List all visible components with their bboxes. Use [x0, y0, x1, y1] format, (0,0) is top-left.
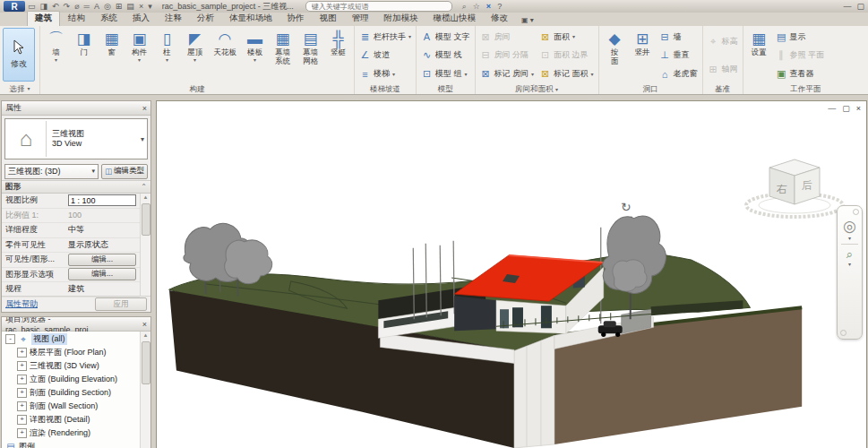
expand-icon[interactable]: +: [17, 348, 27, 358]
scrollbar-thumb[interactable]: [142, 203, 150, 236]
browser-scrollbar[interactable]: ▲: [140, 332, 150, 448]
panel-label-select[interactable]: 选择▾: [0, 83, 39, 94]
door-button[interactable]: ◨ 门: [70, 28, 98, 83]
navbar-handle[interactable]: [853, 209, 859, 215]
panel-label-room-area[interactable]: 房间和面积 ▾: [476, 83, 598, 94]
zoom-tool-icon[interactable]: ⌕: [847, 247, 853, 262]
tag-room-button[interactable]: ⊠ 标记 房间 ▾: [480, 67, 535, 81]
expand-icon[interactable]: +: [17, 415, 27, 425]
tab-annotate[interactable]: 注释: [158, 12, 189, 26]
undo-icon[interactable]: ↶: [52, 2, 59, 11]
instance-selector[interactable]: 三维视图: (3D) ▾: [4, 164, 99, 179]
grid-button[interactable]: ⊞ 轴网: [708, 63, 738, 76]
mullion-button[interactable]: ╬ 竖梃: [324, 28, 352, 83]
tab-structure[interactable]: 结构: [61, 12, 92, 26]
measure-icon[interactable]: ⌀: [74, 2, 79, 11]
section-icon[interactable]: ⊞: [116, 2, 123, 11]
properties-header[interactable]: 属性 ×: [2, 101, 150, 116]
text-icon[interactable]: A: [94, 2, 99, 11]
viewer-button[interactable]: ▣ 查看器: [776, 67, 825, 81]
open-icon[interactable]: ▭: [28, 2, 36, 11]
ceiling-button[interactable]: ◠ 天花板: [209, 28, 241, 83]
tree-item-floor-plan[interactable]: + 楼层平面 (Floor Plan): [2, 346, 140, 359]
ref-plane-button[interactable]: ∥ 参照 平面: [776, 48, 825, 62]
tree-item-building-section[interactable]: + 剖面 (Building Section): [2, 386, 140, 400]
wall-opening-button[interactable]: ⊟ 墙: [659, 30, 698, 44]
tab-glsfast[interactable]: 橄榄山快模: [426, 12, 484, 26]
roof-button[interactable]: ◤ 屋顶 ▾: [181, 28, 209, 83]
expand-icon[interactable]: +: [17, 428, 27, 438]
model-text-button[interactable]: A 模型 文字: [421, 30, 470, 44]
opening-by-face-button[interactable]: ◆ 按 面: [601, 28, 629, 83]
level-button[interactable]: ⌖ 标高: [708, 35, 738, 48]
chevron-down-icon[interactable]: ▾: [848, 236, 851, 241]
property-row[interactable]: 视图比例: [2, 194, 140, 209]
ribbon-collapse-toggle[interactable]: ▣ ▾: [521, 16, 534, 26]
expand-icon[interactable]: +: [17, 361, 27, 371]
tree-root-views[interactable]: - ⌖ 视图 (all): [2, 332, 140, 346]
ramp-button[interactable]: ∠ 坡道: [359, 48, 411, 62]
tree-item-elevation[interactable]: + 立面 (Building Elevation): [2, 373, 140, 386]
dimension-icon[interactable]: ═: [84, 2, 90, 11]
railing-button[interactable]: ≣ 栏杆扶手 ▾: [359, 30, 411, 44]
signin-icon[interactable]: ×: [486, 2, 491, 12]
tree-item-wall-section[interactable]: + 剖面 (Wall Section): [2, 400, 140, 413]
tab-insert[interactable]: 插入: [125, 12, 157, 26]
component-button[interactable]: ▣ 构件 ▾: [125, 28, 153, 83]
close-hidden-icon[interactable]: ×: [139, 2, 143, 11]
tab-addins[interactable]: 附加模块: [377, 12, 425, 26]
minimize-button[interactable]: —: [843, 2, 851, 11]
save-icon[interactable]: ◨: [40, 2, 48, 11]
tab-analyze[interactable]: 分析: [190, 12, 221, 26]
expand-icon[interactable]: +: [17, 375, 27, 384]
help-icon[interactable]: ?: [497, 2, 502, 12]
tree-item-legend[interactable]: ▤ 图例: [2, 440, 140, 448]
window-button[interactable]: ▦ 窗: [98, 28, 125, 83]
dormer-button[interactable]: ⌂ 老虎窗: [659, 67, 698, 81]
tab-collaborate[interactable]: 协作: [280, 12, 312, 26]
room-separator-button[interactable]: ⊟ 房间 分隔: [480, 48, 535, 62]
area-boundary-button[interactable]: ⊡ 面积 边界: [539, 48, 594, 62]
steering-wheel-icon[interactable]: ◎: [843, 217, 856, 236]
view-minimize-button[interactable]: —: [828, 104, 836, 113]
room-button[interactable]: ⊠ 房间: [480, 30, 535, 44]
property-row[interactable]: 可见性/图形... 编辑...: [2, 253, 140, 268]
collapse-section-icon[interactable]: ⌃: [141, 183, 147, 191]
tag-area-button[interactable]: ⊠ 标记 面积 ▾: [539, 67, 594, 81]
graphic-options-edit-button[interactable]: 编辑...: [68, 268, 136, 280]
edit-type-button[interactable]: ◫ 编辑类型: [101, 164, 148, 179]
vertical-opening-button[interactable]: ⊥ 垂直: [659, 48, 698, 62]
collapse-icon[interactable]: -: [5, 334, 15, 344]
navigation-bar[interactable]: ◎ ▾ ⌕ ▾: [837, 205, 863, 340]
wall-button[interactable]: ⌒ 墙 ▾: [42, 28, 70, 83]
tab-systems[interactable]: 系统: [93, 12, 125, 26]
drawing-area[interactable]: — ▢ × ↻ 右 后 ◎ ▾ ⌕ ▾: [156, 100, 867, 448]
property-row[interactable]: 零件可见性 显示原状态: [2, 238, 140, 254]
chevron-down-icon[interactable]: ▾: [848, 262, 851, 267]
model-line-button[interactable]: ∿ 模型 线: [421, 48, 470, 62]
set-workplane-button[interactable]: ▦ 设置: [745, 28, 773, 83]
properties-scrollbar[interactable]: ▲: [140, 194, 150, 296]
apply-button[interactable]: 应用: [95, 297, 147, 311]
view-restore-button[interactable]: ▢: [842, 104, 850, 113]
tree-item-rendering[interactable]: + 渲染 (Rendering): [2, 426, 140, 440]
navbar-handle[interactable]: [840, 330, 847, 336]
expand-icon[interactable]: +: [17, 401, 27, 411]
section-graphics[interactable]: 图形 ⌃: [2, 180, 150, 194]
expand-icon[interactable]: +: [17, 388, 27, 398]
tree-item-3d-view[interactable]: + 三维视图 (3D View): [2, 359, 140, 373]
show-workplane-button[interactable]: ▤ 显示: [776, 30, 825, 44]
area-button[interactable]: ⊠ 面积 ▾: [539, 30, 594, 44]
tab-architecture[interactable]: 建筑: [27, 11, 60, 26]
curtain-system-button[interactable]: ▦ 幕墙 系统: [269, 28, 296, 83]
model-group-button[interactable]: ⊡ 模型 组 ▾: [421, 67, 470, 81]
browser-header[interactable]: 项目浏览器 - rac_basic_sample_proj... ×: [2, 317, 150, 332]
column-button[interactable]: ▯ 柱 ▾: [153, 28, 181, 83]
qat-dropdown-icon[interactable]: ▾: [148, 2, 152, 11]
property-row[interactable]: 详细程度 中等: [2, 223, 140, 238]
viewcube[interactable]: 右 后: [743, 148, 850, 225]
floor-button[interactable]: ▬ 楼板 ▾: [241, 28, 269, 83]
3d-view-icon[interactable]: ◎: [104, 2, 111, 11]
scroll-up-icon[interactable]: ▲: [143, 194, 149, 202]
type-selector[interactable]: ⌂ 三维视图 3D View ▾: [4, 118, 148, 159]
